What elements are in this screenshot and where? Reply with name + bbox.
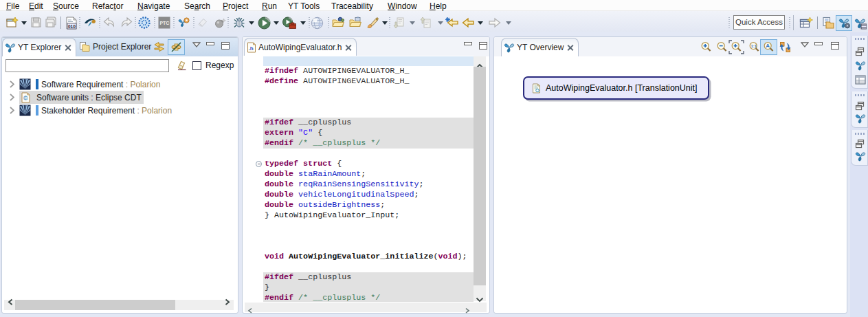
svg-text:PTC: PTC bbox=[159, 21, 169, 25]
svg-text:©: © bbox=[23, 94, 28, 101]
svg-text:1:1: 1:1 bbox=[750, 44, 757, 48]
svg-text:010: 010 bbox=[68, 24, 76, 29]
svg-text:.h: .h bbox=[249, 45, 254, 52]
svg-text:A: A bbox=[766, 43, 770, 49]
